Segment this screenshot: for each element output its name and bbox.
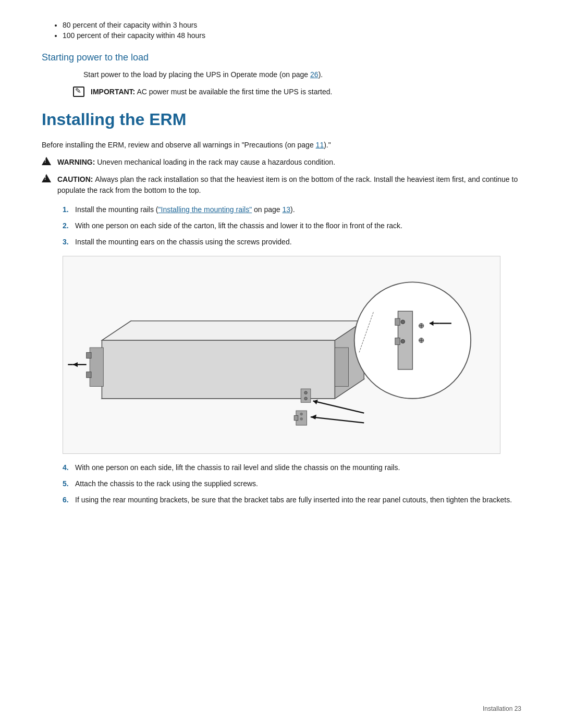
step-5-num: 5. [63,478,75,489]
installation-steps-4-6: 4. With one person on each side, lift th… [42,462,521,505]
svg-rect-11 [335,348,348,386]
step-6-num: 6. [63,495,75,505]
important-text: IMPORTANT: AC power must be available th… [91,87,332,97]
step-4-num: 4. [63,462,75,473]
step-3: 3. Install the mounting ears on the chas… [63,237,521,248]
svg-point-13 [304,391,308,394]
svg-rect-7 [87,372,91,378]
page-26-link[interactable]: 26 [310,70,319,79]
svg-point-37 [300,417,303,421]
svg-rect-12 [301,389,311,402]
page-footer: Installation 23 [483,705,521,712]
svg-point-14 [304,397,308,400]
power-body-text: Start power to the load by placing the U… [42,69,521,80]
bullet-item-2: 100 percent of their capacity within 48 … [63,31,521,40]
step-1: 1. Install the mounting rails ("Installi… [63,204,521,215]
section-heading-power: Starting power to the load [42,52,521,63]
step-3-num: 3. [63,237,75,248]
svg-point-22 [401,339,405,343]
installation-diagram [63,256,500,454]
step-5: 5. Attach the chassis to the rack using … [63,478,521,489]
diagram-svg [63,256,500,453]
important-notice: IMPORTANT: AC power must be available th… [42,87,521,97]
warning-notice: WARNING: Uneven mechanical loading in th… [42,157,521,168]
step-1-text: Install the mounting rails ("Installing … [75,204,295,215]
step-3-text: Install the mounting ears on the chassis… [75,237,292,248]
svg-line-15 [313,401,364,413]
svg-rect-20 [395,338,400,344]
step-4: 4. With one person on each side, lift th… [63,462,521,473]
capacity-bullets: 80 percent of their capacity within 3 ho… [42,21,521,40]
caution-triangle-icon [42,174,51,182]
page-13-link[interactable]: 13 [283,205,291,214]
step-6-text: If using the rear mounting brackets, be … [75,495,512,505]
step-2: 2. With one person on each side of the c… [63,220,521,231]
svg-point-21 [401,320,405,324]
svg-marker-39 [311,415,316,419]
note-icon [73,87,84,97]
step-2-text: With one person on each side of the cart… [75,220,402,231]
step-1-num: 1. [63,204,75,215]
bullet-item-1: 80 percent of their capacity within 3 ho… [63,21,521,29]
erm-intro-text: Before installing the ERM, review and ob… [42,140,521,151]
page-11-link[interactable]: 11 [316,141,324,149]
installation-steps-1-3: 1. Install the mounting rails ("Installi… [42,204,521,248]
footer-text: Installation 23 [483,705,521,712]
svg-point-36 [300,413,303,416]
chapter-heading-erm: Installing the ERM [42,110,521,129]
mounting-rails-link[interactable]: "Installing the mounting rails" [158,205,252,214]
caution-text: CAUTION: Always plan the rack installati… [57,174,521,196]
svg-marker-2 [102,321,364,340]
caution-notice: CAUTION: Always plan the rack installati… [42,174,521,196]
step-2-num: 2. [63,220,75,231]
warning-text: WARNING: Uneven mechanical loading in th… [57,157,335,168]
svg-marker-9 [73,362,78,367]
step-6: 6. If using the rear mounting brackets, … [63,495,521,505]
step-5-text: Attach the chassis to the rack using the… [75,478,258,489]
warning-triangle-icon [42,157,51,165]
svg-rect-35 [294,415,298,420]
svg-line-38 [311,417,364,423]
svg-marker-3 [102,340,335,399]
svg-rect-5 [90,348,103,386]
svg-rect-6 [87,352,91,358]
step-4-text: With one person on each side, lift the c… [75,462,400,473]
svg-rect-19 [395,318,400,325]
